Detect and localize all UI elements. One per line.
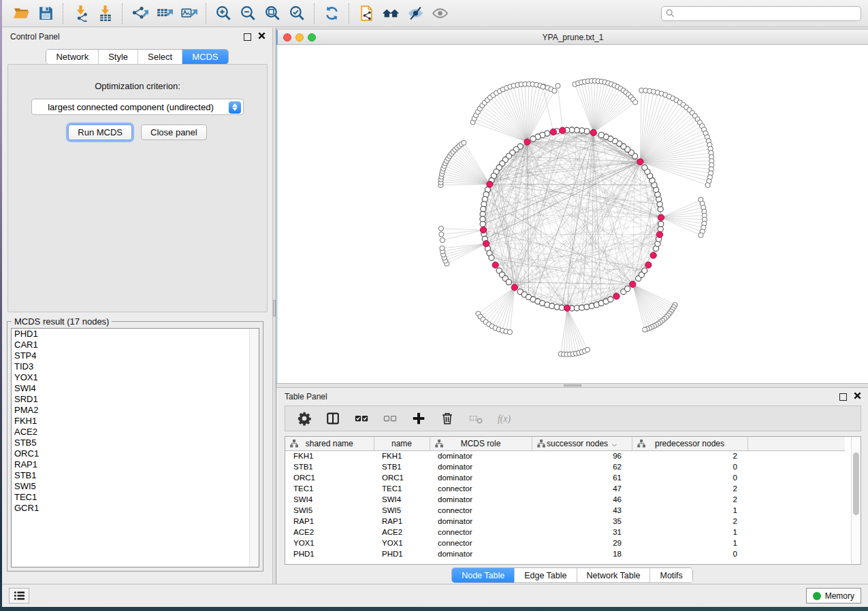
mcds-hub-node[interactable] xyxy=(564,305,570,311)
mcds-hub-node[interactable] xyxy=(492,262,498,268)
table-scrollbar-track[interactable] xyxy=(851,437,861,564)
table-row[interactable]: SWI5SWI5connector431 xyxy=(285,505,845,516)
import-network-button[interactable] xyxy=(68,3,93,24)
mcds-hub-node[interactable] xyxy=(658,214,664,220)
tab-motifs[interactable]: Motifs xyxy=(649,568,692,582)
mcds-hub-node[interactable] xyxy=(590,129,596,135)
refresh-view-button[interactable] xyxy=(319,3,344,24)
hide-selected-button[interactable] xyxy=(403,3,428,24)
tab-node-table[interactable]: Node Table xyxy=(452,568,514,582)
table-row[interactable]: ACE2ACE2connector311 xyxy=(285,527,845,538)
mcds-result-item[interactable]: TEC1 xyxy=(12,492,259,503)
mcds-result-item[interactable]: SWI5 xyxy=(12,481,259,492)
tab-network-table[interactable]: Network Table xyxy=(577,568,650,582)
toolbar-separator xyxy=(314,3,315,24)
mcds-result-item[interactable]: ORC1 xyxy=(12,448,259,459)
table-row[interactable]: ORC1ORC1dominator610 xyxy=(285,472,845,483)
open-file-button[interactable] xyxy=(9,3,33,24)
network-graph[interactable] xyxy=(278,45,868,383)
table-settings-gear-button[interactable] xyxy=(293,408,315,429)
show-columns-button[interactable] xyxy=(322,408,344,429)
export-image-button[interactable] xyxy=(176,3,201,24)
mcds-result-item[interactable]: FKH1 xyxy=(12,416,259,427)
table-row[interactable]: RAP1RAP1dominator352 xyxy=(285,516,845,527)
select-all-checkboxes-button[interactable] xyxy=(351,408,372,429)
column-header-shared-name[interactable]: shared name xyxy=(285,437,374,450)
deselect-all-checkboxes-button[interactable] xyxy=(379,408,401,429)
zoom-fit-button[interactable] xyxy=(260,3,285,24)
float-table-panel-icon[interactable] xyxy=(839,393,847,401)
zoom-selected-button[interactable] xyxy=(285,3,309,24)
window-zoom-icon[interactable] xyxy=(308,33,316,42)
memory-button[interactable]: Memory xyxy=(806,588,861,604)
table-row[interactable]: YOX1YOX1connector291 xyxy=(285,538,845,548)
zoom-in-button[interactable] xyxy=(211,3,236,24)
save-session-button[interactable] xyxy=(33,3,58,24)
tab-network[interactable]: Network xyxy=(46,50,98,64)
mcds-result-item[interactable]: PMA2 xyxy=(12,405,259,416)
mcds-hub-node[interactable] xyxy=(645,262,652,268)
import-table-button[interactable] xyxy=(93,3,117,24)
delete-column-button[interactable] xyxy=(436,408,458,429)
show-panels-list-button[interactable] xyxy=(9,588,29,604)
mcds-result-item[interactable]: YOX1 xyxy=(12,372,259,383)
mcds-result-item[interactable]: CAR1 xyxy=(12,340,259,350)
window-minimize-icon[interactable] xyxy=(295,33,304,42)
mcds-hub-node[interactable] xyxy=(560,127,566,133)
run-mcds-button[interactable]: Run MCDS xyxy=(68,125,132,140)
window-close-icon[interactable] xyxy=(283,33,291,42)
mcds-result-item[interactable]: PHD1 xyxy=(12,329,259,340)
mcds-hub-node[interactable] xyxy=(487,181,493,187)
table-scrollbar-thumb[interactable] xyxy=(853,452,859,515)
mcds-hub-node[interactable] xyxy=(650,252,656,259)
column-header-predecessor-nodes[interactable]: predecessor nodes xyxy=(632,437,748,450)
network-overview-button[interactable] xyxy=(379,3,403,24)
float-panel-icon[interactable] xyxy=(244,33,251,41)
show-all-button[interactable] xyxy=(428,3,452,24)
horizontal-splitter-handle[interactable] xyxy=(564,384,581,386)
network-canvas[interactable] xyxy=(276,45,868,383)
tab-style[interactable]: Style xyxy=(98,50,138,64)
export-network-button[interactable] xyxy=(127,3,152,24)
vertical-splitter-handle[interactable] xyxy=(273,300,276,316)
mcds-result-item[interactable]: STP4 xyxy=(12,350,259,361)
mcds-result-item[interactable]: SRD1 xyxy=(12,394,259,405)
mcds-hub-node[interactable] xyxy=(613,293,620,299)
mcds-result-item[interactable]: RAP1 xyxy=(12,459,259,470)
tab-select[interactable]: Select xyxy=(138,50,182,64)
table-row[interactable]: FKH1FKH1dominator962 xyxy=(285,450,845,461)
mcds-result-item[interactable]: GCR1 xyxy=(12,503,259,514)
mcds-result-item[interactable]: STB5 xyxy=(12,437,259,448)
add-column-button[interactable] xyxy=(408,408,430,429)
mcds-hub-node[interactable] xyxy=(637,159,643,165)
table-row[interactable]: TEC1TEC1connector472 xyxy=(285,483,845,494)
mcds-hub-node[interactable] xyxy=(524,139,530,145)
zoom-out-button[interactable] xyxy=(236,3,260,24)
tab-mcds[interactable]: MCDS xyxy=(182,50,227,64)
export-table-button[interactable] xyxy=(152,3,176,24)
table-row[interactable]: STB1STB1dominator620 xyxy=(285,461,845,472)
mcds-list-scrollbar[interactable] xyxy=(249,329,259,567)
mcds-result-item[interactable]: ACE2 xyxy=(12,427,259,437)
column-header-MCDS-role[interactable]: MCDS role xyxy=(430,437,532,450)
mcds-hub-node[interactable] xyxy=(550,129,556,135)
close-panel-icon[interactable] xyxy=(258,32,266,42)
table-row[interactable]: SWI4SWI4dominator462 xyxy=(285,494,845,505)
column-header-successor-nodes[interactable]: successor nodes⌵ xyxy=(532,437,632,450)
table-row[interactable]: PHD1PHD1dominator180 xyxy=(285,548,845,559)
mcds-hub-node[interactable] xyxy=(656,231,662,237)
mcds-hub-node[interactable] xyxy=(630,281,636,287)
column-header-name[interactable]: name xyxy=(374,437,430,450)
mcds-hub-node[interactable] xyxy=(483,241,489,247)
mcds-result-item[interactable]: STB1 xyxy=(12,470,259,481)
share-network-document-button[interactable] xyxy=(354,3,379,24)
tab-edge-table[interactable]: Edge Table xyxy=(514,568,576,582)
mcds-hub-node[interactable] xyxy=(511,284,517,291)
search-input[interactable] xyxy=(678,9,856,18)
optimization-criterion-select[interactable]: largest connected component (undirected) xyxy=(31,99,244,115)
mcds-result-item[interactable]: TID3 xyxy=(12,361,259,372)
close-panel-button[interactable]: Close panel xyxy=(141,125,207,140)
close-table-panel-icon[interactable] xyxy=(854,392,861,401)
mcds-hub-node[interactable] xyxy=(480,227,486,233)
mcds-result-item[interactable]: SWI4 xyxy=(12,383,259,394)
